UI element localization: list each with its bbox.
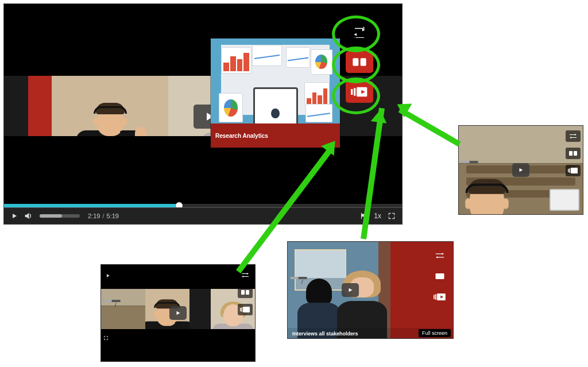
- thumb-sbs-controls: 2:19 / 5:19 1x: [101, 268, 255, 279]
- svg-rect-22: [240, 308, 241, 311]
- svg-rect-14: [436, 273, 444, 279]
- thumb-pip-layout-icons: [432, 250, 447, 303]
- thumb-sidebyside-player: 2:19 / 5:19 1x: [100, 264, 256, 362]
- thumb-swap-play-button[interactable]: [512, 163, 529, 177]
- main-controls: 2:19 / 5:19 1x: [4, 207, 402, 224]
- svg-rect-16: [435, 294, 436, 300]
- thumb-swap-player: 1x: [458, 125, 583, 215]
- swap-icon[interactable]: [432, 250, 447, 261]
- svg-rect-7: [569, 151, 572, 156]
- layout-icon-group: [346, 21, 373, 103]
- main-pip-slide[interactable]: Research Analytics: [211, 38, 340, 148]
- play-icon[interactable]: [103, 268, 113, 284]
- svg-rect-21: [246, 290, 249, 295]
- swap-icon[interactable]: [566, 130, 581, 142]
- thumb-pip-caption: Interviews all stakeholders: [292, 331, 358, 337]
- thumb-swap-layout-icons: [566, 130, 581, 176]
- volume-slider[interactable]: [461, 161, 478, 163]
- svg-rect-3: [354, 88, 355, 95]
- thumb-swap-presenter: [462, 164, 511, 214]
- svg-rect-0: [353, 58, 358, 65]
- svg-rect-13: [438, 257, 444, 257]
- svg-rect-10: [570, 168, 571, 173]
- duration: 5:19: [106, 213, 118, 219]
- arrow-swap: [399, 107, 461, 147]
- pip-layout-button[interactable]: [346, 81, 373, 103]
- current-time: 2:19: [88, 213, 100, 219]
- svg-rect-19: [243, 276, 249, 277]
- svg-rect-23: [242, 307, 243, 312]
- swap-icon[interactable]: [238, 269, 253, 281]
- volume-slider[interactable]: [40, 214, 80, 218]
- svg-rect-12: [436, 253, 442, 254]
- svg-rect-1: [361, 58, 366, 65]
- fullscreen-icon[interactable]: [101, 330, 110, 346]
- play-icon[interactable]: [7, 208, 21, 224]
- thumb-sbs-play-button[interactable]: [169, 306, 187, 320]
- side-by-side-icon[interactable]: [566, 148, 581, 159]
- time-separator: /: [113, 302, 119, 308]
- thumb-pip-player: Interviews all stakeholders Full screen …: [287, 241, 454, 339]
- svg-rect-6: [571, 137, 577, 138]
- svg-rect-20: [241, 290, 245, 295]
- thumb-pip-play-button[interactable]: [342, 283, 359, 297]
- fullscreen-tooltip: Full screen: [419, 329, 451, 337]
- swap-layout-button[interactable]: [346, 21, 373, 43]
- volume-icon[interactable]: [21, 208, 35, 224]
- side-by-side-icon[interactable]: [238, 287, 253, 298]
- fullscreen-icon[interactable]: [385, 208, 399, 224]
- flag-icon[interactable]: [357, 208, 370, 224]
- playback-rate[interactable]: 1x: [374, 212, 381, 220]
- svg-rect-5: [570, 134, 575, 135]
- main-video-area[interactable]: Research Analytics: [4, 4, 402, 208]
- svg-rect-18: [242, 273, 247, 274]
- embedded-monitor: [550, 189, 579, 211]
- svg-rect-2: [351, 89, 353, 95]
- pip-icon[interactable]: [432, 291, 447, 303]
- main-presenter-1: [52, 76, 168, 136]
- time-separator: /: [299, 279, 305, 285]
- pip-icon[interactable]: [566, 165, 581, 176]
- time-separator: /: [100, 213, 106, 219]
- svg-rect-9: [568, 169, 569, 172]
- side-by-side-layout-button[interactable]: [346, 51, 373, 73]
- svg-rect-24: [243, 307, 250, 312]
- main-video-player: Research Analytics 2:19: [3, 3, 403, 225]
- pip-icon[interactable]: [238, 304, 253, 315]
- svg-rect-15: [434, 295, 435, 299]
- svg-rect-8: [574, 151, 577, 156]
- main-pip-caption: Research Analytics: [211, 123, 340, 148]
- side-by-side-icon[interactable]: [432, 271, 447, 282]
- thumb-sbs-layout-icons: [238, 269, 253, 315]
- svg-rect-11: [571, 168, 578, 173]
